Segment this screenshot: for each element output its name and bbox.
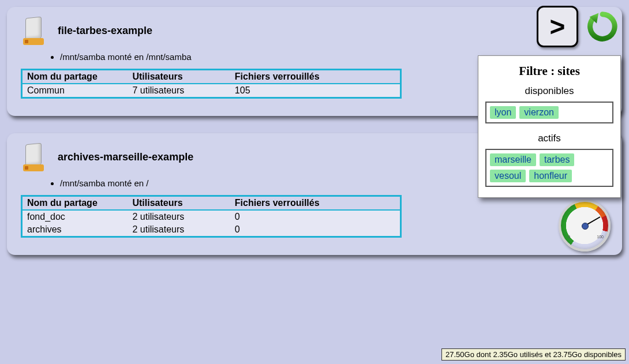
disk-gauge[interactable]: 0 100 (559, 200, 606, 247)
filter-title: Filtre : sites (485, 64, 613, 78)
cell-locked: 0 (230, 223, 401, 237)
filter-chip[interactable]: vierzon (519, 106, 559, 119)
server-icon (21, 144, 47, 170)
server-icon (21, 17, 47, 44)
table-row: fond_doc 2 utilisateurs 0 (22, 210, 401, 223)
filter-chip[interactable]: lyon (490, 106, 516, 119)
server-title: file-tarbes-example (58, 25, 152, 37)
share-table: Nom du partage Utilisateurs Fichiers ver… (21, 195, 402, 238)
filter-available-label: disponibles (485, 85, 613, 97)
server-title: archives-marseille-example (58, 151, 193, 163)
col-locked: Fichiers verrouillés (230, 70, 401, 84)
gauge-tooltip: 27.50Go dont 2.35Go utilisés et 23.75Go … (441, 348, 626, 361)
cell-locked: 0 (230, 210, 401, 223)
cell-users: 2 utilisateurs (128, 223, 230, 237)
col-locked: Fichiers verrouillés (230, 196, 401, 211)
table-row: archives 2 utilisateurs 0 (22, 223, 401, 237)
filter-chip[interactable]: honfleur (529, 170, 572, 182)
cell-users: 2 utilisateurs (128, 210, 230, 223)
cell-locked: 105 (230, 84, 401, 98)
cell-share: archives (22, 223, 128, 237)
cell-share: Commun (22, 84, 128, 98)
filter-active-box: marseilletarbesvesoulhonfleur (485, 149, 613, 187)
col-users: Utilisateurs (128, 70, 230, 84)
filter-chip[interactable]: marseille (490, 153, 536, 166)
cell-users: 7 utilisateurs (128, 84, 230, 98)
col-users: Utilisateurs (128, 196, 230, 211)
share-table: Nom du partage Utilisateurs Fichiers ver… (21, 69, 402, 99)
filter-available-box: lyonvierzon (485, 102, 613, 123)
filter-panel: Filtre : sites disponibles lyonvierzon a… (478, 55, 621, 198)
table-row: Commun 7 utilisateurs 105 (22, 84, 401, 98)
col-share: Nom du partage (22, 70, 128, 84)
cell-share: fond_doc (22, 210, 128, 223)
refresh-icon[interactable] (586, 10, 619, 43)
filter-active-label: actifs (485, 133, 613, 144)
filter-chip[interactable]: tarbes (540, 153, 574, 166)
col-share: Nom du partage (22, 196, 128, 211)
next-button[interactable]: > (537, 6, 578, 47)
filter-chip[interactable]: vesoul (490, 170, 526, 182)
